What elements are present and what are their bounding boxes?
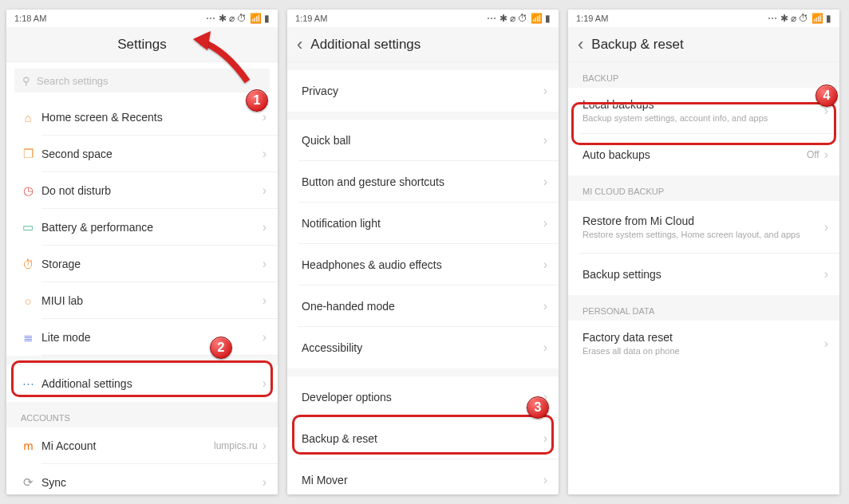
page-title: Settings [117, 37, 166, 53]
chevron-right-icon: › [263, 475, 267, 490]
row-mi-account[interactable]: ｍ Mi Account lumpics.ru › [6, 427, 278, 464]
back-icon[interactable]: ‹ [578, 34, 583, 55]
row-label: Battery & performance [41, 221, 263, 234]
row-developer-options[interactable]: Developer options › [287, 376, 559, 418]
back-icon[interactable]: ‹ [297, 34, 302, 55]
status-icons: ⋯ ✱ ⌀ ⏱ 📶 ▮ [206, 13, 270, 24]
battery-icon: ▭ [14, 220, 41, 234]
row-label: Button and gesture shortcuts [302, 175, 543, 188]
row-lite-mode[interactable]: ≣ Lite mode › [6, 319, 278, 356]
row-label: Factory data reset [582, 331, 824, 344]
sync-icon: ⟳ [14, 475, 41, 490]
row-restore-micloud[interactable]: Restore from Mi Cloud Restore system set… [568, 201, 839, 254]
row-subtitle: Restore system settings, Home screen lay… [582, 230, 824, 241]
screen-backup-reset: 1:19 AM ⋯ ✱ ⌀ ⏱ 📶 ▮ ‹ Backup & reset BAC… [568, 10, 839, 494]
storage-icon: ⏱ [14, 258, 41, 271]
chevron-right-icon: › [543, 258, 547, 272]
chevron-right-icon: › [263, 439, 267, 453]
lite-icon: ≣ [14, 330, 41, 345]
more-icon: ⋯ [14, 376, 41, 391]
chevron-right-icon: › [824, 267, 828, 282]
chevron-right-icon: › [263, 293, 267, 308]
section-accounts: ACCOUNTS [6, 402, 278, 427]
row-local-backups[interactable]: Local backups Backup system settings, ac… [568, 88, 839, 134]
status-time: 1:19 AM [295, 14, 327, 23]
chevron-right-icon: › [543, 216, 547, 230]
row-label: One-handed mode [302, 300, 543, 313]
chevron-right-icon: › [543, 431, 547, 446]
row-subtitle: Erases all data on phone [582, 346, 824, 357]
chevron-right-icon: › [263, 147, 267, 161]
status-time: 1:18 AM [14, 14, 46, 23]
row-label: Second space [41, 148, 263, 160]
home-icon: ⌂ [14, 111, 41, 124]
lab-icon: ○ [14, 294, 41, 308]
row-headphones[interactable]: Headphones & audio effects › [287, 244, 559, 285]
row-mi-mover[interactable]: Mi Mover › [287, 459, 559, 494]
row-label: Headphones & audio effects [302, 258, 543, 271]
row-privacy[interactable]: Privacy › [287, 70, 559, 112]
section-backup: BACKUP [568, 62, 839, 88]
title-bar: ‹ Backup & reset [568, 27, 839, 62]
chevron-right-icon: › [263, 376, 267, 391]
chevron-right-icon: › [543, 299, 547, 313]
row-notification-light[interactable]: Notification light › [287, 203, 559, 244]
title-bar: Settings [6, 27, 278, 62]
row-label: Quick ball [302, 134, 543, 147]
row-label: Sync [41, 476, 263, 489]
chevron-right-icon: › [263, 257, 267, 271]
status-icons: ⋯ ✱ ⌀ ⏱ 📶 ▮ [768, 13, 831, 24]
status-bar: 1:18 AM ⋯ ✱ ⌀ ⏱ 📶 ▮ [6, 10, 278, 27]
row-auto-backups[interactable]: Auto backups Off › [568, 134, 839, 175]
screen-settings: 1:18 AM ⋯ ✱ ⌀ ⏱ 📶 ▮ Settings ⚲ Search se… [6, 10, 278, 494]
row-label: Local backups [582, 98, 824, 111]
status-bar: 1:19 AM ⋯ ✱ ⌀ ⏱ 📶 ▮ [287, 10, 559, 27]
row-quick-ball[interactable]: Quick ball › [287, 120, 559, 161]
chevron-right-icon: › [824, 148, 828, 162]
row-label: Developer options [302, 391, 543, 404]
page-title: Additional settings [310, 37, 421, 53]
backup-list: BACKUP Local backups Backup system setti… [568, 62, 839, 494]
row-miui-lab[interactable]: ○ MIUI lab › [6, 282, 278, 319]
row-button-gesture[interactable]: Button and gesture shortcuts › [287, 161, 559, 203]
section-micloud: MI CLOUD BACKUP [568, 175, 839, 201]
section-personal: PERSONAL DATA [568, 295, 839, 321]
chevron-right-icon: › [543, 175, 547, 189]
row-additional-settings[interactable]: ⋯ Additional settings › [6, 365, 278, 402]
row-sync[interactable]: ⟳ Sync › [6, 464, 278, 494]
row-subtitle: Backup system settings, account info, an… [582, 113, 824, 124]
search-icon: ⚲ [22, 75, 30, 87]
copy-icon: ❐ [14, 147, 41, 161]
row-dnd[interactable]: ◷ Do not disturb › [6, 172, 278, 209]
chevron-right-icon: › [543, 341, 547, 355]
row-backup-settings[interactable]: Backup settings › [568, 254, 839, 295]
row-accessibility[interactable]: Accessibility › [287, 327, 559, 368]
row-backup-reset[interactable]: Backup & reset › [287, 418, 559, 459]
row-second-space[interactable]: ❐ Second space › [6, 136, 278, 172]
row-one-handed[interactable]: One-handed mode › [287, 285, 559, 327]
settings-list: ⌂ Home screen & Recents › ❐ Second space… [6, 99, 278, 494]
chevron-right-icon: › [543, 473, 547, 487]
row-factory-reset[interactable]: Factory data reset Erases all data on ph… [568, 321, 839, 367]
chevron-right-icon: › [543, 133, 547, 148]
row-label: Backup settings [582, 268, 824, 281]
row-label: Restore from Mi Cloud [582, 215, 824, 227]
row-label: Storage [41, 258, 263, 270]
row-storage[interactable]: ⏱ Storage › [6, 246, 278, 282]
chevron-right-icon: › [824, 104, 828, 118]
row-battery[interactable]: ▭ Battery & performance › [6, 209, 278, 246]
status-icons: ⋯ ✱ ⌀ ⏱ 📶 ▮ [487, 13, 551, 24]
row-label: Additional settings [41, 377, 263, 390]
row-label: Mi Mover [302, 474, 543, 486]
row-value: Off [807, 149, 819, 160]
row-label: Auto backups [582, 148, 807, 161]
row-value: lumpics.ru [214, 440, 258, 451]
row-label: Do not disturb [41, 184, 263, 197]
page-title: Backup & reset [591, 37, 683, 53]
chevron-right-icon: › [543, 84, 547, 98]
status-bar: 1:19 AM ⋯ ✱ ⌀ ⏱ 📶 ▮ [568, 10, 839, 27]
row-label: Notification light [302, 217, 543, 230]
row-home-screen[interactable]: ⌂ Home screen & Recents › [6, 99, 278, 136]
screen-additional-settings: 1:19 AM ⋯ ✱ ⌀ ⏱ 📶 ▮ ‹ Additional setting… [287, 10, 559, 494]
search-bar[interactable]: ⚲ Search settings [14, 69, 270, 93]
